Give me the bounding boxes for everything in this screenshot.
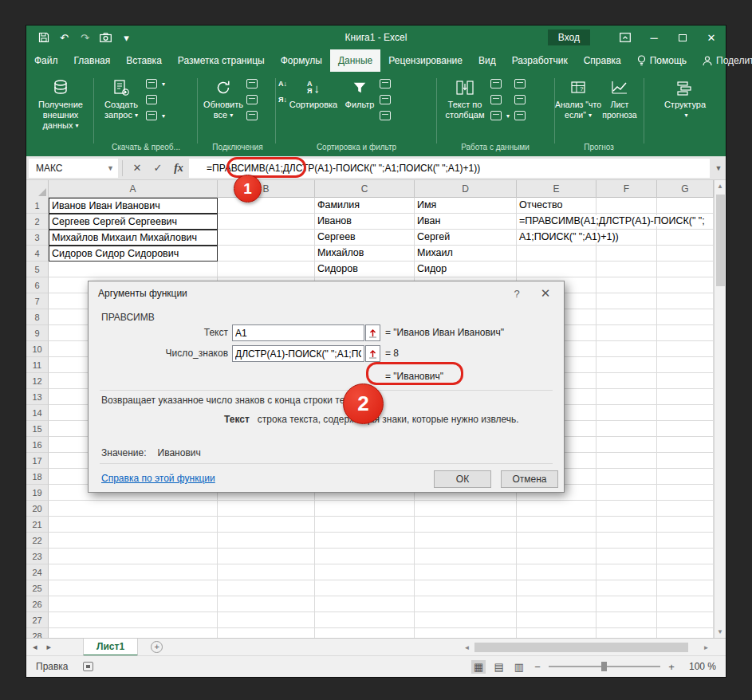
- cell-B1[interactable]: [218, 198, 315, 214]
- cell-B24[interactable]: [218, 564, 315, 580]
- cell-B3[interactable]: [218, 230, 315, 246]
- row-header-13[interactable]: 13: [26, 389, 49, 405]
- row-header-23[interactable]: 23: [26, 549, 49, 564]
- cell-D22[interactable]: [415, 533, 517, 549]
- cell-F6[interactable]: [596, 277, 657, 293]
- cell-G19[interactable]: [657, 485, 714, 501]
- redo-icon[interactable]: ↷: [78, 31, 92, 45]
- row-header-6[interactable]: 6: [26, 277, 49, 293]
- edit-links-icon[interactable]: [246, 109, 258, 122]
- cell-F16[interactable]: [596, 437, 657, 453]
- cell-C28[interactable]: [315, 628, 415, 638]
- cell-F20[interactable]: [596, 501, 657, 517]
- vertical-scrollbar[interactable]: ▲ ▼: [714, 180, 726, 638]
- next-sheet-icon[interactable]: ▸: [47, 642, 52, 652]
- row-header-15[interactable]: 15: [26, 421, 49, 437]
- cell-F19[interactable]: [596, 485, 657, 501]
- save-icon[interactable]: [37, 31, 50, 45]
- page-break-view-icon[interactable]: ▥: [512, 660, 526, 674]
- cell-G7[interactable]: [657, 293, 714, 309]
- cell-F25[interactable]: [596, 580, 657, 596]
- cell-D23[interactable]: [415, 549, 517, 564]
- row-header-25[interactable]: 25: [26, 580, 49, 596]
- cell-F26[interactable]: [596, 596, 657, 612]
- data-validation-icon[interactable]: ▾: [490, 109, 510, 122]
- cell-B4[interactable]: [218, 246, 315, 262]
- page-layout-view-icon[interactable]: ▤: [491, 660, 506, 674]
- row-header-20[interactable]: 20: [26, 501, 49, 517]
- row-header-24[interactable]: 24: [26, 564, 49, 580]
- insert-function-button[interactable]: fx: [168, 159, 189, 178]
- cell-C22[interactable]: [315, 533, 415, 549]
- text-to-columns-button[interactable]: Текст по столбцам: [439, 76, 490, 120]
- cell-A4[interactable]: Сидоров Сидор Сидорович: [49, 246, 218, 262]
- sign-in-button[interactable]: Вход: [548, 29, 590, 45]
- cell-A21[interactable]: [49, 517, 218, 533]
- cell-F13[interactable]: [596, 389, 657, 405]
- sort-az-icon[interactable]: А↓: [278, 77, 287, 90]
- cell-F21[interactable]: [596, 517, 657, 533]
- cell-B28[interactable]: [218, 628, 315, 638]
- flash-fill-icon[interactable]: [490, 77, 510, 90]
- cell-F9[interactable]: [596, 325, 657, 341]
- recent-sources-icon[interactable]: ▾: [146, 109, 165, 122]
- tell-me-box[interactable]: Помощь: [629, 49, 695, 72]
- column-header-B[interactable]: B: [218, 180, 315, 198]
- cell-B27[interactable]: [218, 612, 315, 628]
- record-macro-icon[interactable]: [83, 662, 93, 671]
- cell-B20[interactable]: [218, 501, 315, 517]
- data-model-icon[interactable]: [514, 109, 526, 122]
- row-header-27[interactable]: 27: [26, 612, 49, 628]
- dialog-close-icon[interactable]: ✕: [532, 281, 559, 305]
- cell-F8[interactable]: [596, 309, 657, 325]
- cell-E26[interactable]: [517, 596, 596, 612]
- cell-D27[interactable]: [415, 612, 517, 628]
- cell-G22[interactable]: [657, 533, 714, 549]
- row-header-14[interactable]: 14: [26, 405, 49, 421]
- tab-page-layout[interactable]: Разметка страницы: [170, 49, 273, 72]
- cell-E3[interactable]: A1;ПОИСК(" ";A1)+1)): [517, 230, 596, 246]
- refresh-all-button[interactable]: Обновить все▾: [200, 76, 246, 120]
- row-header-8[interactable]: 8: [26, 309, 49, 325]
- cell-G21[interactable]: [657, 517, 714, 533]
- cell-E23[interactable]: [517, 549, 596, 564]
- cell-C1[interactable]: Фамилия: [315, 198, 415, 214]
- cell-G5[interactable]: [657, 262, 714, 277]
- reapply-filter-icon[interactable]: [380, 93, 391, 106]
- select-all-corner[interactable]: [26, 180, 49, 198]
- cell-G1[interactable]: [657, 198, 714, 214]
- cell-F23[interactable]: [596, 549, 657, 564]
- cell-E21[interactable]: [517, 517, 596, 533]
- cell-C26[interactable]: [315, 596, 415, 612]
- scroll-right-icon[interactable]: ►: [700, 644, 712, 651]
- cell-B22[interactable]: [218, 533, 315, 549]
- cell-E1[interactable]: Отчество: [517, 198, 596, 214]
- tab-formulas[interactable]: Формулы: [273, 49, 330, 72]
- argument-input-numchars[interactable]: [232, 345, 364, 362]
- consolidate-icon[interactable]: [514, 77, 526, 90]
- cell-B25[interactable]: [218, 580, 315, 596]
- function-help-link[interactable]: Справка по этой функции: [101, 473, 215, 484]
- undo-icon[interactable]: ↶: [57, 31, 71, 45]
- cell-F15[interactable]: [596, 421, 657, 437]
- vertical-scroll-thumb[interactable]: [716, 195, 725, 286]
- cell-F12[interactable]: [596, 373, 657, 389]
- cell-D1[interactable]: Имя: [415, 198, 517, 214]
- cell-G6[interactable]: [657, 277, 714, 293]
- cell-D4[interactable]: Михаил: [415, 246, 517, 262]
- tab-home[interactable]: Главная: [66, 49, 119, 72]
- cell-A2[interactable]: Сергеев Сергей Сергеевич: [49, 214, 218, 230]
- cell-C5[interactable]: Сидоров: [315, 262, 415, 277]
- expand-formula-bar-icon[interactable]: ▼: [711, 164, 726, 172]
- name-box-dropdown-icon[interactable]: ▼: [107, 164, 114, 172]
- cell-C23[interactable]: [315, 549, 415, 564]
- cell-A28[interactable]: [49, 628, 218, 638]
- sort-za-icon[interactable]: Я↓: [278, 93, 287, 106]
- name-box[interactable]: МАКС ▼: [29, 159, 118, 178]
- cell-B23[interactable]: [218, 549, 315, 564]
- cell-G23[interactable]: [657, 549, 714, 564]
- show-queries-icon[interactable]: ▾: [146, 77, 165, 90]
- what-if-analysis-button[interactable]: ? Анализ "что если"▾: [557, 76, 599, 120]
- scroll-left-icon[interactable]: ◄: [461, 644, 473, 651]
- cell-D20[interactable]: [415, 501, 517, 517]
